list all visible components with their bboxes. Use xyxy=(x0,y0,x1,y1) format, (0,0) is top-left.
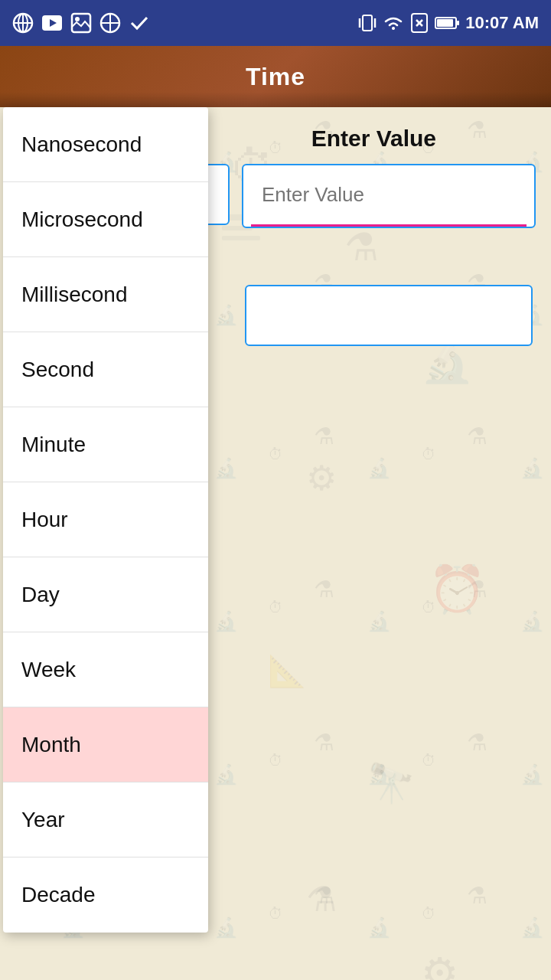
page-title: Time xyxy=(246,63,305,91)
enter-value-input[interactable] xyxy=(251,165,527,227)
main-content: ⏱ ⚗ 🔬 ⚙ ⏰ 📐 🔭 ⚗ ⚙ Convert From Enter Val… xyxy=(0,107,551,980)
dropdown-item-microsecond[interactable]: Microsecond xyxy=(3,182,208,257)
svg-text:⚗: ⚗ xyxy=(306,880,337,919)
status-left-icons xyxy=(12,12,150,34)
time-display: 10:07 AM xyxy=(465,13,539,33)
wifi-icon xyxy=(383,15,404,31)
status-right-icons: 10:07 AM xyxy=(358,12,539,34)
svg-text:🔭: 🔭 xyxy=(367,760,416,806)
youtube-icon xyxy=(41,15,63,31)
enter-value-wrapper xyxy=(242,164,536,228)
dropdown-item-day[interactable]: Day xyxy=(3,557,208,632)
dropdown-item-millisecond[interactable]: Millisecond xyxy=(3,257,208,332)
dropdown-item-minute[interactable]: Minute xyxy=(3,407,208,482)
svg-point-14 xyxy=(392,27,395,30)
dropdown-item-hour[interactable]: Hour xyxy=(3,482,208,557)
svg-text:⚙: ⚙ xyxy=(421,949,458,980)
svg-text:📐: 📐 xyxy=(268,652,306,689)
dropdown-item-nanosecond[interactable]: Nanosecond xyxy=(3,107,208,182)
dropdown-item-decade[interactable]: Decade xyxy=(3,858,208,933)
sim-icon xyxy=(410,12,429,34)
vibrate-icon xyxy=(358,12,377,34)
app-icon-1 xyxy=(12,12,34,34)
svg-point-7 xyxy=(75,17,80,21)
svg-text:⏰: ⏰ xyxy=(429,562,486,616)
svg-rect-11 xyxy=(363,15,372,31)
title-bar: Time xyxy=(0,46,551,107)
dropdown-item-month[interactable]: Month xyxy=(3,707,208,782)
result-box xyxy=(245,285,533,346)
dropdown-item-week[interactable]: Week xyxy=(3,632,208,707)
battery-icon xyxy=(435,16,459,30)
enter-value-header: Enter Value xyxy=(166,126,536,152)
dropdown-item-second[interactable]: Second xyxy=(3,332,208,407)
svg-rect-20 xyxy=(457,21,459,25)
gallery-icon xyxy=(70,12,92,34)
content-area: Convert From Enter Value Result: Nanosec… xyxy=(0,107,551,364)
status-bar: 10:07 AM xyxy=(0,0,551,46)
app-icon-4 xyxy=(99,12,121,34)
check-icon xyxy=(129,12,150,34)
svg-rect-19 xyxy=(437,19,453,27)
dropdown-item-year[interactable]: Year xyxy=(3,782,208,858)
svg-text:⚙: ⚙ xyxy=(306,459,337,498)
dropdown-menu[interactable]: Nanosecond Microsecond Millisecond Secon… xyxy=(3,107,208,933)
